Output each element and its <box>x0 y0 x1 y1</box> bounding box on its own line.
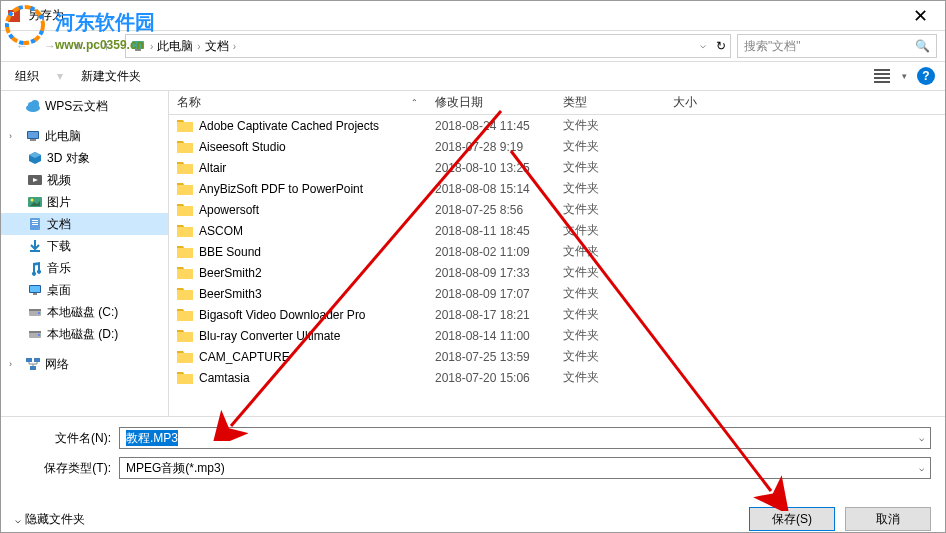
toolbar: 组织 ▾ 新建文件夹 ▾ ? <box>1 61 945 91</box>
file-type: 文件夹 <box>555 285 665 302</box>
sidebar-item-document[interactable]: 文档 <box>1 213 168 235</box>
svg-rect-28 <box>29 309 41 311</box>
new-folder-button[interactable]: 新建文件夹 <box>77 65 145 88</box>
svg-rect-20 <box>32 220 38 221</box>
file-row[interactable]: Adobe Captivate Cached Projects2018-08-2… <box>169 115 945 136</box>
breadcrumb[interactable]: › 此电脑 › 文档 › ⌵ ↻ <box>125 34 731 58</box>
file-date: 2018-08-17 18:21 <box>427 308 555 322</box>
sidebar-item-label: 下载 <box>47 238 71 255</box>
search-icon[interactable]: 🔍 <box>915 39 930 53</box>
file-row[interactable]: Bigasoft Video Downloader Pro2018-08-17 … <box>169 304 945 325</box>
file-type: 文件夹 <box>555 327 665 344</box>
svg-point-32 <box>38 334 40 336</box>
nav-history-dropdown[interactable]: ▾ <box>65 34 91 58</box>
file-type: 文件夹 <box>555 180 665 197</box>
expand-icon[interactable]: › <box>9 359 21 369</box>
view-dropdown-icon[interactable]: ▾ <box>902 71 907 81</box>
svg-rect-14 <box>28 132 38 138</box>
sidebar-item-cloud[interactable]: WPS云文档 <box>1 95 168 117</box>
nav-back-button[interactable]: ← <box>9 34 35 58</box>
file-date: 2018-07-25 8:56 <box>427 203 555 217</box>
file-row[interactable]: BBE Sound2018-08-02 11:09文件夹 <box>169 241 945 262</box>
refresh-icon[interactable]: ↻ <box>716 39 726 53</box>
file-row[interactable]: Apowersoft2018-07-25 8:56文件夹 <box>169 199 945 220</box>
file-date: 2018-08-14 11:00 <box>427 329 555 343</box>
sidebar-item-3d[interactable]: 3D 对象 <box>1 147 168 169</box>
filename-label: 文件名(N): <box>15 430 111 447</box>
cloud-icon <box>25 98 41 114</box>
file-row[interactable]: BeerSmith32018-08-09 17:07文件夹 <box>169 283 945 304</box>
breadcrumb-item[interactable]: 此电脑 <box>157 38 193 55</box>
file-type: 文件夹 <box>555 138 665 155</box>
view-mode-button[interactable] <box>872 66 892 86</box>
file-row[interactable]: ASCOM2018-08-11 18:45文件夹 <box>169 220 945 241</box>
file-date: 2018-08-02 11:09 <box>427 245 555 259</box>
network-icon <box>25 356 41 372</box>
filename-input[interactable]: 教程.MP3 ⌵ <box>119 427 931 449</box>
svg-rect-25 <box>30 286 40 292</box>
sidebar-item-disk[interactable]: 本地磁盘 (D:) <box>1 323 168 345</box>
svg-rect-7 <box>874 73 890 75</box>
folder-icon <box>177 329 193 342</box>
video-icon <box>27 172 43 188</box>
sidebar-item-disk[interactable]: 本地磁盘 (C:) <box>1 301 168 323</box>
file-name: BBE Sound <box>199 245 261 259</box>
nav-forward-button[interactable]: → <box>37 34 63 58</box>
file-name: Camtasia <box>199 371 250 385</box>
close-button[interactable]: ✕ <box>900 2 940 30</box>
svg-point-18 <box>31 199 34 202</box>
column-date[interactable]: 修改日期 <box>427 94 555 111</box>
sidebar-item-download[interactable]: 下载 <box>1 235 168 257</box>
sidebar-item-label: 视频 <box>47 172 71 189</box>
save-button[interactable]: 保存(S) <box>749 507 835 531</box>
file-row[interactable]: Blu-ray Converter Ultimate2018-08-14 11:… <box>169 325 945 346</box>
sidebar-item-music[interactable]: 音乐 <box>1 257 168 279</box>
file-name: CAM_CAPTURE <box>199 350 290 364</box>
sidebar-item-network[interactable]: ›网络 <box>1 353 168 375</box>
breadcrumb-item[interactable]: 文档 <box>205 38 229 55</box>
file-row[interactable]: Aiseesoft Studio2018-07-28 9:19文件夹 <box>169 136 945 157</box>
folder-icon <box>177 119 193 132</box>
sidebar-item-image[interactable]: 图片 <box>1 191 168 213</box>
file-row[interactable]: Camtasia2018-07-20 15:06文件夹 <box>169 367 945 388</box>
file-name: Bigasoft Video Downloader Pro <box>199 308 366 322</box>
dropdown-icon[interactable]: ⌵ <box>919 463 924 473</box>
file-row[interactable]: CAM_CAPTURE2018-07-25 13:59文件夹 <box>169 346 945 367</box>
svg-rect-22 <box>32 224 38 225</box>
svg-rect-15 <box>30 139 36 141</box>
folder-icon <box>177 161 193 174</box>
svg-point-29 <box>38 312 40 314</box>
folder-icon <box>177 371 193 384</box>
hide-folders-toggle[interactable]: ⌵ 隐藏文件夹 <box>15 511 85 528</box>
file-row[interactable]: Altair2018-08-10 13:25文件夹 <box>169 157 945 178</box>
file-list-area: 名称 ⌃ 修改日期 类型 大小 Adobe Captivate Cached P… <box>169 91 945 416</box>
dropdown-icon[interactable]: ⌵ <box>919 433 924 443</box>
file-date: 2018-08-09 17:07 <box>427 287 555 301</box>
sidebar-item-video[interactable]: 视频 <box>1 169 168 191</box>
sidebar-item-label: 音乐 <box>47 260 71 277</box>
disk-icon <box>27 326 43 342</box>
file-name: ASCOM <box>199 224 243 238</box>
sidebar-item-pc[interactable]: ›此电脑 <box>1 125 168 147</box>
expand-icon[interactable]: › <box>9 131 21 141</box>
filetype-select[interactable]: MPEG音频(*.mp3) ⌵ <box>119 457 931 479</box>
search-input[interactable]: 搜索"文档" 🔍 <box>737 34 937 58</box>
nav-up-button[interactable]: ↑ <box>93 34 119 58</box>
cancel-button[interactable]: 取消 <box>845 507 931 531</box>
svg-rect-21 <box>32 222 38 223</box>
column-size[interactable]: 大小 <box>665 94 755 111</box>
sidebar-item-desktop[interactable]: 桌面 <box>1 279 168 301</box>
file-row[interactable]: AnyBizSoft PDF to PowerPoint2018-08-08 1… <box>169 178 945 199</box>
folder-icon <box>177 266 193 279</box>
breadcrumb-dropdown-icon[interactable]: ⌵ <box>700 39 706 53</box>
sidebar-item-label: 桌面 <box>47 282 71 299</box>
file-row[interactable]: BeerSmith22018-08-09 17:33文件夹 <box>169 262 945 283</box>
sort-indicator-icon: ⌃ <box>411 98 418 107</box>
column-type[interactable]: 类型 <box>555 94 665 111</box>
navigation-bar: ← → ▾ ↑ › 此电脑 › 文档 › ⌵ ↻ 搜索"文档" 🔍 <box>1 31 945 61</box>
sidebar-tree: WPS云文档›此电脑3D 对象视频图片文档下载音乐桌面本地磁盘 (C:)本地磁盘… <box>1 91 169 416</box>
column-name[interactable]: 名称 ⌃ <box>169 94 427 111</box>
app-icon <box>6 8 22 24</box>
organize-menu[interactable]: 组织 <box>11 65 43 88</box>
help-button[interactable]: ? <box>917 67 935 85</box>
